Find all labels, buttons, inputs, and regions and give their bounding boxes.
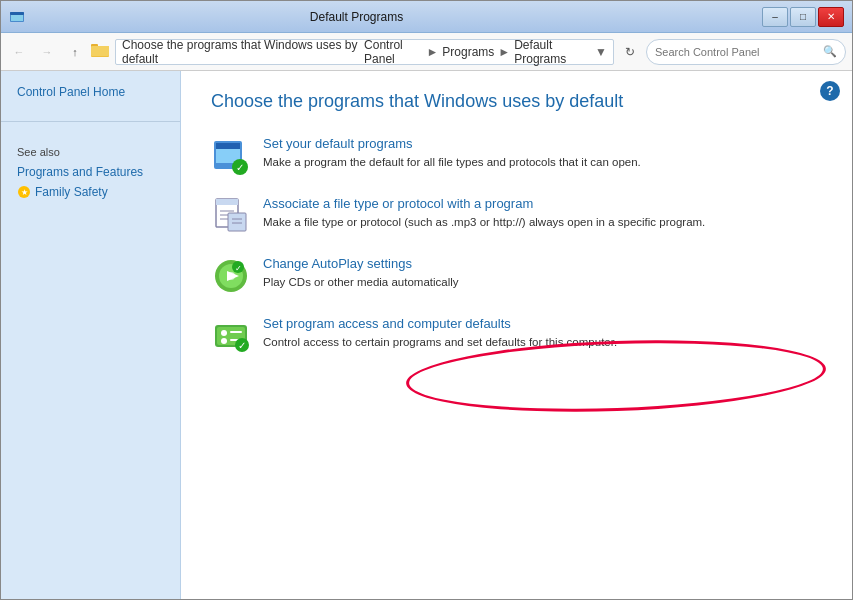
sidebar-item-home[interactable]: Control Panel Home bbox=[1, 83, 180, 101]
set-default-text: Set your default programs Make a program… bbox=[263, 136, 822, 170]
access-link[interactable]: Set program access and computer defaults bbox=[263, 316, 822, 331]
path-display: Control Panel ► Programs ► Default Progr… bbox=[364, 38, 607, 66]
svg-text:★: ★ bbox=[21, 188, 28, 197]
see-also-label: See also bbox=[1, 130, 180, 162]
main-content: Control Panel Home See also Programs and… bbox=[1, 71, 852, 599]
help-button[interactable]: ? bbox=[820, 81, 840, 101]
svg-point-29 bbox=[221, 330, 227, 336]
window-title: Default Programs bbox=[0, 10, 762, 24]
list-item: ✓ Set program access and computer defaul… bbox=[211, 316, 822, 356]
list-item: ✓ Change AutoPlay settings Play CDs or o… bbox=[211, 256, 822, 296]
autoplay-icon: ✓ bbox=[211, 256, 251, 296]
svg-point-30 bbox=[221, 338, 227, 344]
minimize-button[interactable]: – bbox=[762, 7, 788, 27]
list-item: ✓ Set your default programs Make a progr… bbox=[211, 136, 822, 176]
svg-text:✓: ✓ bbox=[235, 264, 242, 273]
autoplay-link[interactable]: Change AutoPlay settings bbox=[263, 256, 822, 271]
search-box: 🔍 bbox=[646, 39, 846, 65]
svg-rect-14 bbox=[216, 199, 238, 205]
access-text: Set program access and computer defaults… bbox=[263, 316, 822, 350]
back-button[interactable]: ← bbox=[7, 40, 31, 64]
family-safety-link[interactable]: Family Safety bbox=[35, 185, 108, 199]
access-icon: ✓ bbox=[211, 316, 251, 356]
search-input[interactable] bbox=[655, 46, 819, 58]
set-default-desc: Make a program the default for all file … bbox=[263, 154, 822, 170]
sidebar-programs-features[interactable]: Programs and Features bbox=[1, 162, 180, 182]
set-default-icon: ✓ bbox=[211, 136, 251, 176]
sidebar-divider bbox=[1, 121, 180, 122]
sidebar-family-safety[interactable]: ★ Family Safety bbox=[1, 182, 180, 202]
programs-features-link[interactable]: Programs and Features bbox=[17, 165, 143, 179]
close-button[interactable]: ✕ bbox=[818, 7, 844, 27]
associate-link[interactable]: Associate a file type or protocol with a… bbox=[263, 196, 822, 211]
associate-icon bbox=[211, 196, 251, 236]
folder-icon bbox=[91, 42, 109, 61]
refresh-button[interactable]: ↻ bbox=[618, 40, 642, 64]
list-item: Associate a file type or protocol with a… bbox=[211, 196, 822, 236]
access-desc: Control access to certain programs and s… bbox=[263, 334, 822, 350]
autoplay-desc: Play CDs or other media automatically bbox=[263, 274, 822, 290]
autoplay-text: Change AutoPlay settings Play CDs or oth… bbox=[263, 256, 822, 290]
associate-desc: Make a file type or protocol (such as .m… bbox=[263, 214, 822, 230]
associate-text: Associate a file type or protocol with a… bbox=[263, 196, 822, 230]
address-path[interactable]: Choose the programs that Windows uses by… bbox=[115, 39, 614, 65]
title-bar: Default Programs – □ ✕ bbox=[1, 1, 852, 33]
path-dropdown-arrow[interactable]: ▼ bbox=[595, 45, 607, 59]
page-heading: Choose the programs that Windows uses by… bbox=[211, 91, 822, 112]
maximize-button[interactable]: □ bbox=[790, 7, 816, 27]
up-button[interactable]: ↑ bbox=[63, 40, 87, 64]
main-window: Default Programs – □ ✕ ← → ↑ Choose the … bbox=[0, 0, 853, 600]
svg-rect-18 bbox=[228, 213, 246, 231]
sidebar: Control Panel Home See also Programs and… bbox=[1, 71, 181, 599]
menu-items-list: ✓ Set your default programs Make a progr… bbox=[211, 136, 822, 356]
svg-text:✓: ✓ bbox=[238, 340, 246, 351]
svg-rect-5 bbox=[91, 46, 109, 56]
set-default-link[interactable]: Set your default programs bbox=[263, 136, 822, 151]
svg-rect-10 bbox=[216, 143, 240, 149]
address-bar: ← → ↑ Choose the programs that Windows u… bbox=[1, 33, 852, 71]
content-area: ? Choose the programs that Windows uses … bbox=[181, 71, 852, 599]
svg-text:✓: ✓ bbox=[236, 162, 244, 173]
forward-button[interactable]: → bbox=[35, 40, 59, 64]
svg-rect-31 bbox=[230, 331, 242, 333]
window-controls: – □ ✕ bbox=[762, 7, 844, 27]
search-icon[interactable]: 🔍 bbox=[823, 45, 837, 58]
path-control-panel: Choose the programs that Windows uses by… bbox=[122, 38, 364, 66]
family-safety-icon: ★ bbox=[17, 185, 31, 199]
